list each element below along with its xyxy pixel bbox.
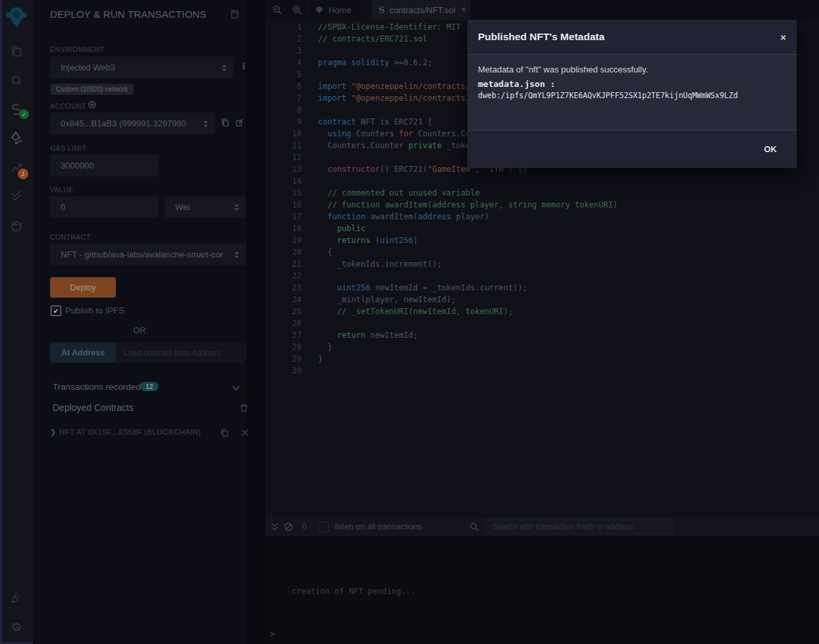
compile-success-badge: ✓ [19,109,29,119]
solidity-compiler-icon[interactable] [0,97,33,121]
publish-ipfs-checkbox[interactable]: ✔ [51,306,61,316]
code-text: } [318,341,332,353]
line-number: 8 [265,104,302,116]
terminal-output[interactable]: creation of NFT pending... > [265,536,819,644]
line-number: 22 [265,270,302,282]
file-explorer-icon[interactable] [0,40,33,63]
code-line: 19 returns (uint256) [265,234,819,246]
add-account-icon[interactable] [88,101,96,109]
line-number: 13 [265,163,302,175]
tab-home[interactable]: Home [307,0,365,20]
code-text: //SPDX-License-Identifier: MIT [318,21,461,33]
code-line: 20 { [265,246,819,258]
code-line: 14 [265,175,819,187]
value-amount: 0 [61,202,65,212]
remix-logo-icon[interactable] [0,5,33,28]
published-metadata-modal: Published NFT's Metadata × Metadata of "… [467,20,797,168]
value-input[interactable]: 0 [50,196,158,218]
modal-close-icon[interactable]: × [780,32,786,42]
line-number: 18 [265,223,302,234]
code-line: 27 return newItemId; [265,329,819,341]
code-text: pragma solidity >=0.6.2; [318,57,432,68]
line-number: 19 [265,234,302,246]
code-line: 25 // _setTokenURI(newItemId, tokenURI); [265,306,819,317]
gas-limit-label: GAS LIMIT [50,144,87,152]
deployed-contracts-label: Deployed Contracts [53,402,134,413]
unit-testing-icon[interactable] [0,184,33,208]
modal-ipfs-url: dweb:/ipfs/QmYL9P1Z7KE6AQvKJPFF52SX1p2TE… [478,91,786,100]
account-select[interactable]: 0x845...B1aB3 (999991.3297990 [50,113,215,134]
at-address-button[interactable]: At Address [50,342,116,363]
collapse-terminal-icon[interactable] [271,523,278,531]
transactions-recorded-row[interactable]: Transactions recorded 12 [33,381,246,395]
environment-select[interactable]: Injected Web3 [50,57,234,78]
deploy-button[interactable]: Deploy [50,277,116,298]
check-icon: ✔ [53,308,59,315]
zoom-out-icon[interactable] [272,5,282,15]
environment-info-icon[interactable]: i [242,62,246,71]
account-value: 0x845...B1aB3 (999991.3297990 [61,119,186,128]
gear-icon: ⚙ [11,621,22,633]
copy-account-icon[interactable] [221,118,230,127]
line-number: 20 [265,246,302,258]
copy-contract-icon[interactable] [220,428,229,437]
code-text: _tokenIds.increment(); [318,258,442,270]
gas-limit-input[interactable]: 3000000 [50,155,158,176]
editor-tabbar: Home S contracts/NFT.sol × [265,0,819,20]
value-label: VALUE [50,186,74,194]
modal-ok-button[interactable]: OK [760,144,781,155]
code-text: _mint(player, newItemId); [318,294,456,306]
code-line: 21 _tokenIds.increment(); [265,258,819,270]
listen-transactions-checkbox[interactable] [319,522,329,532]
line-number: 15 [265,187,302,199]
sourcify-icon[interactable] [0,215,33,238]
line-number: 30 [265,365,302,377]
line-number: 4 [265,57,302,68]
search-icon[interactable] [0,68,33,92]
docs-book-icon[interactable] [230,9,240,19]
at-address-input[interactable] [116,342,246,363]
transactions-count-badge: 12 [140,382,159,391]
code-text: return newItemId; [318,329,418,341]
code-line: 26 [265,317,819,329]
remove-contract-icon[interactable] [242,429,248,436]
contract-select[interactable]: NFT - github/ava-labs/avalanche-smart-co… [50,244,246,265]
listen-transactions-label: listen on all transactions [334,522,422,531]
value-unit-select[interactable]: Wei [165,196,246,218]
tab-close-icon[interactable]: × [462,5,466,14]
edit-account-icon[interactable] [235,118,244,127]
statistics-badge: 1 [18,169,28,179]
pending-count: 0 [302,522,307,531]
line-number: 29 [265,353,302,365]
terminal-search-input[interactable] [485,520,673,534]
line-number: 21 [265,258,302,270]
trash-icon[interactable] [240,403,248,412]
line-number: 2 [265,33,302,45]
environment-value: Injected Web3 [61,63,115,72]
chevron-down-icon[interactable] [232,386,240,390]
deploy-run-panel: DEPLOY & RUN TRANSACTIONS ENVIRONMENT In… [33,0,246,644]
zoom-in-icon[interactable] [292,5,302,15]
deployed-contract-label: NFT AT 0X15E...E558F (BLOCKCHAIN) [59,428,201,436]
code-line: 23 uint256 newItemId = _tokenIds.current… [265,282,819,294]
or-label: OR [33,325,246,335]
deploy-run-icon[interactable] [0,126,33,150]
code-line: 29} [265,353,819,365]
expand-chevron-icon[interactable]: ❯ [50,428,56,437]
line-number: 26 [265,317,302,329]
code-text: // function awardItem(address player, st… [318,199,618,211]
plugin-manager-icon[interactable] [0,586,33,610]
contract-value: NFT - github/ava-labs/avalanche-smart-co… [61,250,237,259]
gas-limit-value: 3000000 [61,161,94,171]
tab-nft-sol[interactable]: S contracts/NFT.sol × [372,0,471,20]
code-text: function awardItem(address player) [318,211,489,223]
settings-icon[interactable]: ⚙ [0,615,33,639]
code-text: public [318,223,365,234]
clear-console-icon[interactable] [284,522,293,531]
line-number: 9 [265,116,302,128]
code-line: 24 _mint(player, newItemId); [265,294,819,306]
deployed-contract-row[interactable]: ❯ NFT AT 0X15E...E558F (BLOCKCHAIN) [33,427,246,440]
code-text: uint256 newItemId = _tokenIds.current(); [318,282,527,294]
line-number: 14 [265,175,302,187]
line-number: 6 [265,80,302,92]
